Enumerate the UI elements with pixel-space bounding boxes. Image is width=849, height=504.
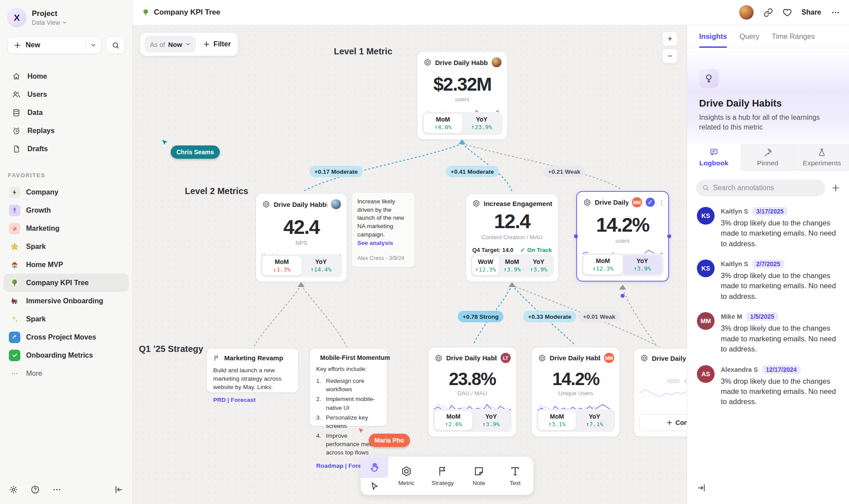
metric-card-engagement[interactable]: Increase Engagement 12.4 Content Creatio…: [466, 194, 558, 282]
sidebar-item-company[interactable]: Company: [4, 183, 129, 201]
sidebar-item-label: Home: [27, 73, 47, 80]
collapse-triangle: [619, 285, 626, 290]
share-button[interactable]: Share: [802, 8, 821, 16]
kpi-canvas[interactable]: As of Now Filter + − Level 1 Metric Leve…: [133, 25, 687, 504]
sidebar-item-home[interactable]: Home: [4, 67, 129, 85]
favorite-heart-icon[interactable]: [783, 8, 792, 17]
sidebar-item-spark[interactable]: Spark: [4, 237, 129, 256]
strategy-tool-button[interactable]: Strategy: [424, 457, 461, 495]
add-annotation-icon[interactable]: [831, 183, 840, 192]
sidebar-item-company-kpi-tree[interactable]: Company KPI Tree: [4, 274, 129, 292]
stat-mom[interactable]: MoM ↑2.6%: [435, 411, 472, 430]
annotation-item[interactable]: MM Mike M 1/5/2025 3% drop likely due to…: [687, 304, 849, 357]
sidebar-item-data[interactable]: Data: [4, 103, 129, 122]
annotation-search-input[interactable]: [713, 184, 819, 192]
stat-yoy[interactable]: YoY ↑7.1%: [576, 411, 613, 430]
zoom-in-button[interactable]: +: [662, 31, 678, 46]
text-tool-button[interactable]: Text: [497, 457, 533, 495]
gear-icon[interactable]: [9, 485, 18, 494]
user-avatar[interactable]: [739, 5, 754, 20]
annotation-search[interactable]: [696, 179, 825, 196]
annotation-item[interactable]: KS Kaitlyn S 3/17/2025 3% drop likely du…: [687, 199, 849, 252]
metric-hexagon-icon: [472, 199, 480, 207]
stat-mom[interactable]: MoM ↑12.3%: [583, 255, 623, 275]
stat-mom[interactable]: MoM ↑3.1%: [538, 411, 576, 430]
metric-card-selected[interactable]: Drive Daily Habb.. MM ✓ ⋮ 14.2% users Mo…: [576, 191, 669, 282]
tab-insights[interactable]: Insights: [699, 25, 727, 48]
sidebar-item-onboarding-metrics[interactable]: Onboarding Metrics: [4, 346, 129, 364]
see-analysis-link[interactable]: See analysis: [357, 239, 409, 248]
cursor-name-label: Maria Pho: [369, 434, 410, 447]
metric-unit: Unique Users: [532, 390, 620, 397]
stat-yoy[interactable]: YoY ↑3.9%: [623, 255, 662, 275]
help-icon[interactable]: [31, 485, 40, 494]
metric-card-dau-mau[interactable]: Drive Daily Habbits LT 23.8% DAU / MAU M…: [428, 347, 516, 437]
hand-tool-button[interactable]: [361, 457, 388, 478]
search-button[interactable]: [106, 36, 125, 54]
stat-mom[interactable]: MoM ↑3.9%: [499, 256, 525, 275]
annotation-item[interactable]: KS Kaitlyn S 2/7/2025 3% drop likely due…: [687, 252, 849, 304]
note-tool-button[interactable]: Note: [461, 457, 497, 495]
select-tool-button[interactable]: [361, 478, 388, 495]
sidebar-nav: Home Users Data Replays Drafts: [0, 67, 132, 158]
sidebar-item-spark-2[interactable]: Spark: [4, 310, 129, 328]
subtab-experiments[interactable]: Experiments: [795, 144, 849, 171]
metric-card-partial[interactable]: Drive Daily Habbits Connect: [634, 348, 687, 437]
canvas-toolbar: As of Now Filter: [140, 32, 238, 56]
stat-yoy[interactable]: YoY ↑14.4%: [302, 256, 341, 275]
stat-mom[interactable]: MoM ↓1.3%: [262, 256, 302, 275]
sidebar-item-home-mvp[interactable]: Home MVP: [4, 256, 129, 274]
filter-button[interactable]: Filter: [203, 40, 231, 48]
strategy-intro: Key efforts include:: [316, 365, 381, 373]
chevron-down-icon[interactable]: [90, 42, 96, 48]
selection-handle[interactable]: [667, 234, 671, 238]
sidebar-item-replays[interactable]: Replays: [4, 122, 129, 140]
stat-yoy[interactable]: YoY ↑23.9%: [463, 114, 501, 133]
strategy-card-mobile-first[interactable]: Mobile-First Momentum Key efforts includ…: [310, 348, 387, 426]
copy-link-icon[interactable]: [764, 8, 773, 17]
home-icon: [12, 72, 21, 81]
kebab-menu-icon[interactable]: ⋮: [658, 199, 663, 206]
annotation-note-card[interactable]: Increase likely driven by the launch of …: [352, 192, 415, 267]
metric-card-level1[interactable]: Drive Daily Habbits $2.32M users MoM ↑4.…: [417, 51, 508, 140]
strategy-body: Build and launch a new marketing strateg…: [213, 366, 292, 391]
tab-query[interactable]: Query: [739, 25, 759, 48]
selection-handle[interactable]: [574, 234, 578, 238]
sidebar-item-immersive-onboarding[interactable]: Immersive Onboarding: [4, 292, 129, 310]
annotation-text: 3% drop likely due to the changes made t…: [721, 376, 844, 407]
stat-yoy[interactable]: YoY ↑3.9%: [525, 256, 552, 275]
cursor-icon: [370, 481, 379, 491]
tab-time-ranges[interactable]: Time Ranges: [772, 25, 815, 48]
annotation-author: Kaitlyn S: [721, 208, 748, 215]
collapse-panel-icon[interactable]: [697, 483, 706, 493]
asof-dropdown[interactable]: As of Now: [145, 36, 196, 53]
subtab-pinned[interactable]: Pinned: [741, 144, 795, 171]
sidebar-item-marketing[interactable]: Marketing: [4, 219, 129, 237]
more-options-icon[interactable]: [831, 8, 840, 17]
owner-avatar: [491, 57, 502, 68]
annotation-author: Alexandra S: [721, 366, 758, 373]
collapse-sidebar-icon[interactable]: [114, 485, 123, 494]
sidebar-item-cross-project-moves[interactable]: Cross Project Moves: [4, 328, 129, 346]
metric-tool-button[interactable]: Metric: [388, 457, 424, 495]
metric-card-unique-users[interactable]: Drive Daily Habbits MM 14.2% Unique User…: [532, 347, 620, 437]
more-icon[interactable]: [52, 485, 61, 494]
connect-button[interactable]: Connect: [639, 414, 687, 431]
database-icon: [12, 108, 21, 117]
sidebar-item-users[interactable]: Users: [4, 85, 129, 103]
sidebar-item-more[interactable]: More: [4, 364, 129, 382]
project-switcher[interactable]: X Project Data View: [0, 0, 132, 32]
zoom-out-button[interactable]: −: [662, 49, 678, 64]
connect-label: Connect: [676, 419, 687, 426]
strategy-links[interactable]: PRD | Forecast: [213, 397, 292, 403]
stat-wow[interactable]: WoW ↑12.3%: [472, 256, 499, 275]
strategy-card-marketing-revamp[interactable]: Marketing Revamp Build and launch a new …: [207, 348, 298, 393]
stat-yoy[interactable]: YoY ↑3.9%: [472, 411, 510, 430]
sidebar-item-drafts[interactable]: Drafts: [4, 140, 129, 158]
annotation-item[interactable]: AS Alexandra S 12/17/2024 3% drop likely…: [687, 357, 849, 410]
new-button[interactable]: New: [7, 36, 101, 54]
sidebar-item-growth[interactable]: Growth: [4, 201, 129, 219]
metric-card-nps[interactable]: Drive Daily Habbits 42.4 NPS MoM ↓1.3% Y…: [256, 193, 347, 282]
stat-mom[interactable]: MoM ↑4.8%: [424, 114, 463, 133]
subtab-logbook[interactable]: Logbook: [687, 144, 741, 171]
